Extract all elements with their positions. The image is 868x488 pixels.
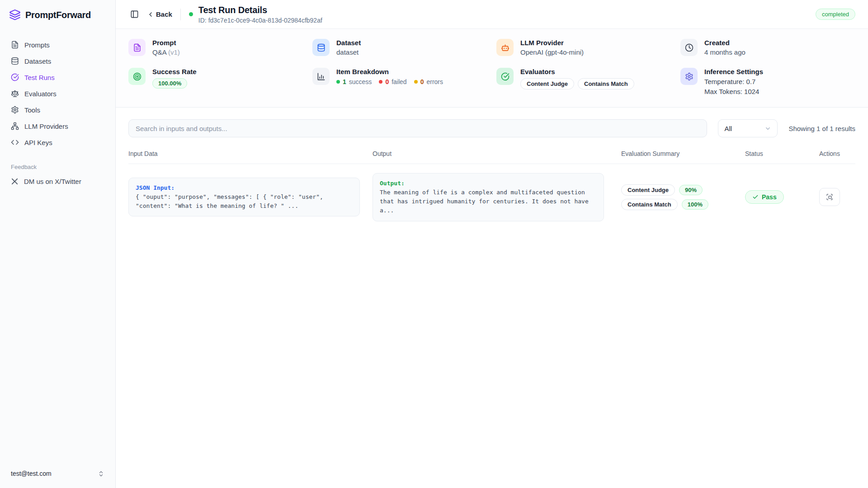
results-controls: All Showing 1 of 1 results [128,119,855,137]
stat-body: LLM Provider OpenAI (gpt-4o-mini) [520,39,584,56]
success-rate-badge: 100.00% [152,78,187,89]
stat-value: dataset [336,48,361,56]
pass-status-badge: Pass [745,190,784,204]
network-icon [11,122,19,130]
sidebar-nav: Prompts Datasets Test Runs Evaluators To… [6,37,109,150]
input-data-cell: JSON Input: { "ouput": "purpose", "messa… [128,178,360,216]
database-icon [312,39,330,56]
title-block: Test Run Details ID: fd3c7e1c-0ce9-4c0a-… [198,5,322,24]
stat-body: Inference Settings Temperature: 0.7 Max … [704,68,763,95]
stat-value: 4 months ago [704,48,745,56]
stat-title: Dataset [336,39,361,47]
main-content: Back Test Run Details ID: fd3c7e1c-0ce9-… [116,0,868,488]
sidebar: PromptForward Prompts Datasets Test Runs… [0,0,116,488]
stat-body: Created 4 months ago [704,39,745,56]
breakdown-success: 1success [336,78,372,85]
sidebar-item-llm-providers[interactable]: LLM Providers [6,118,109,134]
sidebar-item-label: LLM Providers [24,122,68,130]
evaluation-row: Contains Match 100% [621,199,727,210]
stat-title: Item Breakdown [336,68,443,75]
json-input-text: { "ouput": "purpose", "messages": [ { "r… [136,193,323,209]
feedback-link[interactable]: DM us on X/Twitter [6,174,109,189]
stat-created: Created 4 months ago [680,39,855,56]
stat-body: Prompt Q&A (v1) [152,39,180,56]
stat-inference-settings: Inference Settings Temperature: 0.7 Max … [680,68,855,95]
stat-title: Prompt [152,39,180,47]
table-header-row: Input Data Output Evaluation Summary Sta… [128,150,855,164]
gear-icon [11,106,19,114]
evaluation-summary-cell: Content Judge 90% Contains Match 100% [617,184,727,210]
evaluation-row: Content Judge 90% [621,184,727,196]
results-table: Input Data Output Evaluation Summary Sta… [128,150,855,230]
circle-check-icon [496,68,514,85]
user-menu[interactable]: test@test.com [6,465,109,482]
stat-title: Inference Settings [704,68,763,75]
stat-body: Item Breakdown 1success 0failed 0errors [336,68,443,85]
header-divider [180,9,181,20]
chevron-down-icon [764,125,771,132]
breakdown-row: 1success 0failed 0errors [336,78,443,85]
column-header-evaluation: Evaluation Summary [617,150,727,157]
search-input[interactable] [128,119,707,137]
failed-count: 0 [385,78,389,85]
database-icon [11,57,19,65]
evaluator-badge: Contains Match [578,78,634,89]
temperature-value: Temperature: 0.7 [704,78,763,85]
sidebar-item-label: Evaluators [24,90,57,98]
sidebar-item-label: API Keys [24,139,52,146]
code-icon [11,138,19,146]
column-header-status: Status [740,150,795,157]
sidebar-spacer [6,189,109,465]
sidebar-item-label: Test Runs [24,74,55,81]
stat-body: Dataset dataset [336,39,361,56]
sidebar-item-label: Datasets [24,57,51,65]
file-text-icon [11,41,19,49]
chevrons-up-down-icon [98,470,104,477]
json-input-label: JSON Input: [136,183,353,192]
success-label: success [349,78,372,85]
layers-icon [9,9,21,21]
sidebar-toggle-button[interactable] [128,8,141,20]
column-header-input: Input Data [128,150,360,157]
sidebar-item-prompts[interactable]: Prompts [6,37,109,52]
success-count: 1 [343,78,346,85]
sidebar-item-datasets[interactable]: Datasets [6,53,109,69]
table-row: JSON Input: { "ouput": "purpose", "messa… [128,164,855,230]
stat-dataset: Dataset dataset [312,39,487,56]
stat-prompt: Prompt Q&A (v1) [128,39,303,56]
actions-cell [807,188,855,206]
stat-body: Success Rate 100.00% [152,68,197,89]
sidebar-item-evaluators[interactable]: Evaluators [6,86,109,101]
sidebar-item-label: Tools [24,106,40,114]
sidebar-item-test-runs[interactable]: Test Runs [6,70,109,85]
breakdown-failed: 0failed [379,78,406,85]
errors-count: 0 [420,78,424,85]
column-header-output: Output [373,150,604,157]
user-email: test@test.com [11,470,52,477]
sidebar-item-api-keys[interactable]: API Keys [6,135,109,150]
target-icon [128,68,146,85]
view-details-button[interactable] [819,188,840,206]
status-dot [189,12,193,16]
back-button[interactable]: Back [147,10,172,18]
run-id: ID: fd3c7e1c-0ce9-4c0a-813d-02984cfb92af [198,17,322,24]
x-logo-icon [11,178,19,185]
errors-label: errors [426,78,443,85]
sidebar-item-tools[interactable]: Tools [6,102,109,117]
stat-body: Evaluators Content Judge Contains Match [520,68,634,89]
evaluator-badge: Content Judge [520,78,574,89]
max-tokens-value: Max Tokens: 1024 [704,88,763,95]
file-text-icon [128,39,146,56]
check-icon [752,194,759,200]
sidebar-item-label: Prompts [24,41,50,49]
output-cell: Output: The meaning of life is a complex… [373,173,604,221]
filter-select[interactable]: All [718,119,778,137]
stat-evaluators: Evaluators Content Judge Contains Match [496,68,671,95]
stat-value: Q&A (v1) [152,48,180,56]
prompt-version: (v1) [168,48,180,56]
stat-success-rate: Success Rate 100.00% [128,68,303,95]
bar-chart-icon [312,68,330,85]
clock-icon [680,39,698,56]
stat-item-breakdown: Item Breakdown 1success 0failed 0errors [312,68,487,95]
gear-icon [680,68,698,85]
